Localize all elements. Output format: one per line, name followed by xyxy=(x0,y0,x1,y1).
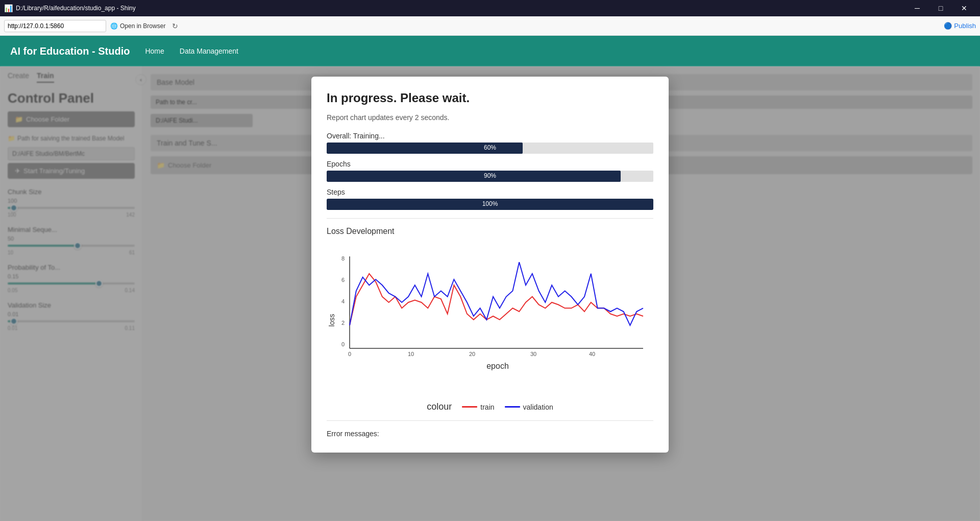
app-icon: 📊 xyxy=(4,4,13,12)
colour-label: colour xyxy=(427,401,452,412)
error-section: Error messages: xyxy=(327,429,653,438)
url-input[interactable] xyxy=(4,20,106,32)
svg-text:epoch: epoch xyxy=(486,362,509,370)
minimize-button[interactable]: ─ xyxy=(905,0,929,16)
svg-text:0: 0 xyxy=(341,341,345,347)
close-button[interactable]: ✕ xyxy=(952,0,976,16)
overall-label: Overall: Training... xyxy=(327,132,653,140)
error-label: Error messages: xyxy=(327,430,379,438)
svg-text:6: 6 xyxy=(341,277,345,283)
svg-text:loss: loss xyxy=(328,314,336,327)
steps-label: Steps xyxy=(327,188,653,196)
steps-progress-bar: 100% xyxy=(327,199,653,210)
svg-text:30: 30 xyxy=(530,351,536,357)
chart-container: loss 8 6 4 2 0 0 10 20 30 40 xyxy=(327,241,653,396)
train-legend-label: train xyxy=(480,403,494,411)
title-bar: 📊 D:/Library/R/aifeducation/studio_app -… xyxy=(0,0,980,16)
validation-legend: validation xyxy=(505,403,553,411)
publish-label: Publish xyxy=(954,22,976,30)
app-title: AI for Education - Studio xyxy=(10,45,130,57)
bottom-divider xyxy=(327,420,653,421)
address-bar: 🌐 Open in Browser ↻ 🔵 Publish xyxy=(0,16,980,36)
svg-text:20: 20 xyxy=(469,351,475,357)
loss-title: Loss Development xyxy=(327,227,653,236)
browser-icon: 🌐 xyxy=(110,22,118,30)
modal-overlay: In progress. Please wait. Report chart u… xyxy=(0,66,980,521)
publish-icon: 🔵 xyxy=(944,22,952,30)
modal-dialog: In progress. Please wait. Report chart u… xyxy=(311,77,669,453)
refresh-button[interactable]: ↻ xyxy=(169,20,181,32)
chart-legend: colour train validation xyxy=(327,401,653,412)
epochs-text: 90% xyxy=(327,172,653,179)
title-bar-text: D:/Library/R/aifeducation/studio_app - S… xyxy=(16,5,136,12)
nav-home[interactable]: Home xyxy=(145,47,164,55)
modal-title: In progress. Please wait. xyxy=(327,91,653,105)
title-bar-controls: ─ □ ✕ xyxy=(905,0,976,16)
open-browser-label: Open in Browser xyxy=(120,22,165,30)
train-legend: train xyxy=(462,403,494,411)
steps-progress-section: Steps 100% xyxy=(327,188,653,210)
divider xyxy=(327,218,653,219)
app-header: AI for Education - Studio Home Data Mana… xyxy=(0,36,980,66)
nav-data-management[interactable]: Data Management xyxy=(180,47,238,55)
maximize-button[interactable]: □ xyxy=(929,0,952,16)
validation-legend-line xyxy=(505,406,520,408)
loss-chart: loss 8 6 4 2 0 0 10 20 30 40 xyxy=(327,246,653,389)
overall-text: 60% xyxy=(327,144,653,151)
overall-progress-bar: 60% xyxy=(327,143,653,154)
modal-subtitle: Report chart updates every 2 seconds. xyxy=(327,113,653,122)
steps-text: 100% xyxy=(327,200,653,207)
epochs-progress-bar: 90% xyxy=(327,171,653,182)
svg-text:2: 2 xyxy=(341,320,345,326)
overall-progress-section: Overall: Training... 60% xyxy=(327,132,653,154)
train-legend-line xyxy=(462,406,477,408)
svg-text:10: 10 xyxy=(408,351,414,357)
main-layout: Create Train Control Panel 📁 Choose Fold… xyxy=(0,66,980,521)
validation-legend-label: validation xyxy=(523,403,553,411)
epochs-progress-section: Epochs 90% xyxy=(327,160,653,182)
publish-button[interactable]: 🔵 Publish xyxy=(944,22,976,30)
epochs-label: Epochs xyxy=(327,160,653,168)
svg-text:40: 40 xyxy=(589,351,595,357)
open-browser-button[interactable]: 🌐 Open in Browser xyxy=(110,22,165,30)
svg-text:4: 4 xyxy=(341,298,345,304)
title-bar-left: 📊 D:/Library/R/aifeducation/studio_app -… xyxy=(4,4,136,12)
svg-text:0: 0 xyxy=(348,351,351,357)
svg-text:8: 8 xyxy=(341,255,345,262)
